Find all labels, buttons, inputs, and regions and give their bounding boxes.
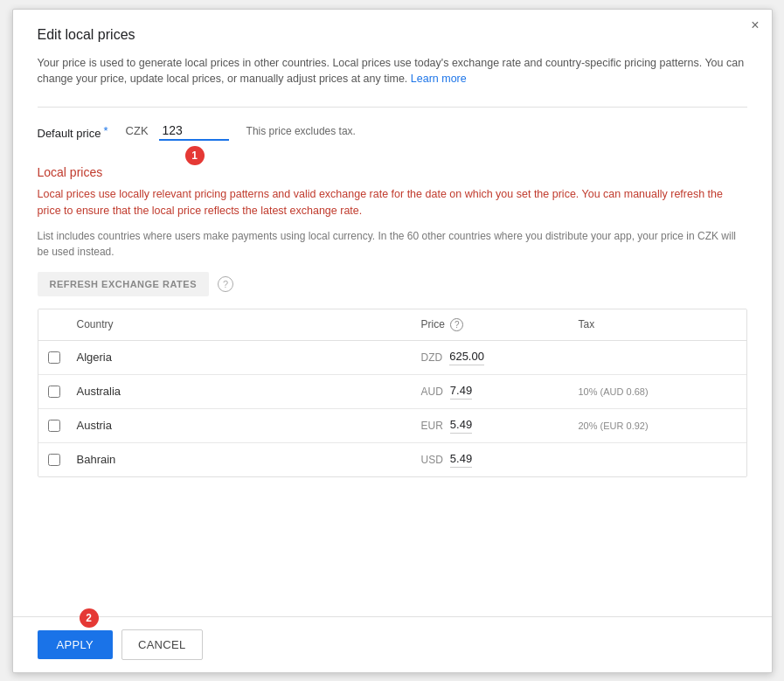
price-cell-algeria: DZD 625.00 bbox=[414, 350, 572, 365]
local-prices-section: Local prices Local prices use locally re… bbox=[38, 165, 747, 477]
price-cell-austria: EUR 5.49 bbox=[414, 418, 572, 434]
price-cell-australia: AUD 7.49 bbox=[414, 384, 572, 400]
learn-more-link[interactable]: Learn more bbox=[411, 73, 467, 85]
country-checkbox-austria[interactable] bbox=[48, 420, 60, 432]
country-name-australia: Australia bbox=[70, 385, 414, 398]
price-value-algeria: 625.00 bbox=[449, 350, 484, 365]
price-excludes-tax: This price excludes tax. bbox=[239, 125, 356, 141]
step-badge-2: 2 bbox=[80, 608, 99, 628]
country-name-austria: Austria bbox=[70, 419, 414, 432]
local-prices-note: List includes countries where users make… bbox=[38, 228, 747, 260]
currency-austria: EUR bbox=[421, 420, 443, 432]
default-price-section: Default price * CZK 1 This price exclude… bbox=[38, 122, 747, 141]
step-badge-1: 1 bbox=[185, 146, 205, 165]
country-name-bahrain: Bahrain bbox=[70, 453, 414, 466]
dialog-footer: APPLY CANCEL 2 bbox=[13, 616, 772, 672]
close-button[interactable]: × bbox=[751, 18, 759, 32]
table-row: Austria EUR 5.49 20% (EUR 0.92) bbox=[38, 409, 746, 443]
row-checkbox-cell bbox=[38, 386, 70, 398]
apply-button[interactable]: APPLY bbox=[38, 630, 113, 659]
cancel-button[interactable]: CANCEL bbox=[121, 629, 203, 660]
tax-austria: 20% (EUR 0.92) bbox=[572, 420, 746, 431]
local-prices-title: Local prices bbox=[38, 165, 747, 179]
price-value-bahrain: 5.49 bbox=[450, 452, 472, 468]
refresh-row: REFRESH EXCHANGE RATES ? bbox=[38, 272, 747, 296]
currency-bahrain: USD bbox=[421, 454, 443, 466]
price-input[interactable] bbox=[159, 122, 229, 141]
header-country: Country bbox=[70, 318, 414, 331]
divider bbox=[38, 107, 747, 108]
row-checkbox-cell bbox=[38, 420, 70, 432]
dialog-title: Edit local prices bbox=[38, 27, 747, 43]
country-table: Country Price ? Tax Algeria DZD 625. bbox=[38, 309, 747, 477]
row-checkbox-cell bbox=[38, 454, 70, 466]
header-price: Price ? bbox=[414, 318, 572, 331]
country-checkbox-australia[interactable] bbox=[48, 386, 60, 398]
currency-australia: AUD bbox=[421, 386, 443, 398]
default-price-label: Default price bbox=[38, 122, 101, 140]
price-help-icon[interactable]: ? bbox=[450, 318, 463, 331]
table-header: Country Price ? Tax bbox=[38, 309, 746, 341]
table-row: Algeria DZD 625.00 bbox=[38, 341, 746, 375]
price-input-group: CZK 1 This price excludes tax. bbox=[126, 122, 356, 141]
local-prices-desc: Local prices use locally relevant pricin… bbox=[38, 186, 747, 219]
tax-australia: 10% (AUD 0.68) bbox=[572, 386, 746, 397]
row-checkbox-cell bbox=[38, 351, 70, 364]
currency-algeria: DZD bbox=[421, 351, 443, 364]
price-input-wrapper: 1 bbox=[159, 122, 229, 141]
refresh-help-icon[interactable]: ? bbox=[218, 276, 233, 292]
price-cell-bahrain: USD 5.49 bbox=[414, 452, 572, 468]
country-checkbox-bahrain[interactable] bbox=[48, 454, 60, 466]
table-row: Bahrain USD 5.49 bbox=[38, 443, 746, 476]
description-text: Your price is used to generate local pri… bbox=[38, 55, 747, 88]
required-star: * bbox=[103, 124, 108, 137]
price-value-australia: 7.49 bbox=[450, 384, 472, 400]
price-value-austria: 5.49 bbox=[450, 418, 472, 434]
refresh-exchange-rates-button[interactable]: REFRESH EXCHANGE RATES bbox=[38, 272, 209, 296]
country-checkbox-algeria[interactable] bbox=[48, 351, 60, 364]
table-row: Australia AUD 7.49 10% (AUD 0.68) bbox=[38, 375, 746, 409]
header-tax: Tax bbox=[572, 318, 746, 331]
dialog-body: Edit local prices Your price is used to … bbox=[13, 10, 772, 616]
edit-local-prices-dialog: × Edit local prices Your price is used t… bbox=[12, 9, 773, 673]
currency-label: CZK bbox=[126, 124, 149, 141]
country-name-algeria: Algeria bbox=[70, 351, 414, 364]
header-checkbox-col bbox=[38, 318, 70, 331]
